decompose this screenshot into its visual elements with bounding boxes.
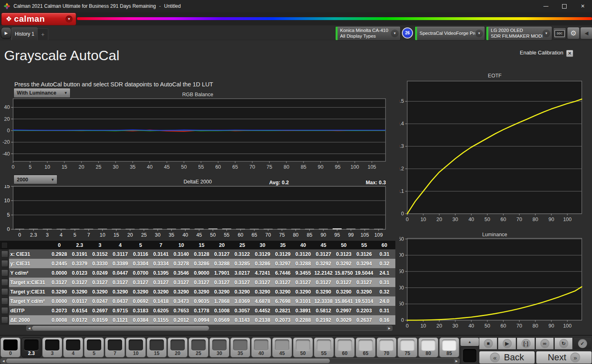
meter-dropdown[interactable]: Konica Minolta CA-410 All Display Types …	[335, 26, 401, 41]
row-handle[interactable]	[0, 249, 9, 259]
settings-button[interactable]: ⚙	[567, 27, 580, 39]
patch-button-25[interactable]: 25	[188, 337, 209, 357]
display-dropdown[interactable]: LG 2020 OLED SDR FILMMAKER MODE ▼	[486, 26, 552, 41]
meter-count-badge[interactable]: 26	[402, 27, 413, 38]
patch-panel-up-button[interactable]: ▲	[460, 337, 479, 346]
table-scroll-thumb[interactable]	[32, 326, 209, 330]
play-icon: ▶	[503, 339, 512, 348]
next-button[interactable]: Next »	[536, 351, 592, 364]
patch-button-0[interactable]: 0	[0, 337, 20, 357]
next-chevron-icon: »	[570, 353, 580, 362]
axis-label: 15	[61, 164, 67, 170]
axis-label: 30	[452, 323, 458, 329]
table-cell: 0.3127	[191, 278, 212, 287]
rgb-balance-chart-title: RGB Balance	[0, 92, 395, 97]
table-cell: 0.3127	[333, 278, 354, 287]
tab-history-1[interactable]: History 1	[11, 27, 38, 40]
deltae-bar	[29, 229, 38, 229]
row-handle[interactable]	[0, 306, 9, 315]
table-cell: 0.3126	[354, 249, 374, 259]
ddc-button[interactable]: DDC	[553, 27, 566, 39]
single-measure-button[interactable]: [·]	[517, 337, 535, 350]
patch-button-15[interactable]: 15	[147, 337, 167, 357]
scroll-right-icon[interactable]: ▶	[454, 359, 459, 363]
stop-button[interactable]: ■	[479, 337, 497, 350]
patch-button-35[interactable]: 35	[230, 337, 250, 357]
table-cell: 0.31	[374, 306, 395, 315]
table-row: y: CIE310.24450.33790.33300.33890.33040.…	[0, 259, 395, 268]
row-handle[interactable]	[0, 296, 9, 306]
row-handle[interactable]	[0, 259, 9, 268]
enable-calibration-checkbox[interactable]: ✕	[566, 50, 573, 57]
collapse-toolbar-button[interactable]: ◀	[580, 27, 592, 39]
table-cell: 0.6154	[70, 306, 90, 315]
patch-scrollbar[interactable]: ◀ ▶	[0, 358, 460, 364]
table-cell: 4.6878	[252, 296, 273, 306]
patch-button-85[interactable]: 85	[439, 337, 459, 357]
maximize-button[interactable]	[555, 0, 574, 12]
table-cell: 0.31	[374, 249, 395, 259]
patch-button-50[interactable]: 50	[293, 337, 313, 357]
row-handle[interactable]	[0, 268, 9, 278]
table-cell: 0.2138	[252, 315, 273, 325]
patch-button-75[interactable]: 75	[397, 337, 417, 357]
close-button[interactable]: ✕	[574, 0, 592, 12]
minimize-button[interactable]: —	[537, 0, 555, 12]
back-button[interactable]: « Back	[479, 351, 535, 364]
patch-button-30[interactable]: 30	[209, 337, 229, 357]
table-cell: 0.32	[374, 287, 395, 296]
patch-scroll-thumb[interactable]	[6, 359, 330, 363]
expand-panel-button[interactable]: ▶	[1, 27, 11, 39]
row-handle[interactable]	[0, 315, 9, 325]
table-scrollbar[interactable]: ◀▶	[26, 326, 392, 331]
calman-menu-button[interactable]: ❖ calman ▼	[1, 13, 76, 25]
axis-label: 0	[7, 226, 10, 232]
patch-button-7[interactable]: 7	[105, 337, 125, 357]
patch-button-45[interactable]: 45	[272, 337, 292, 357]
patch-button-3[interactable]: 3	[42, 337, 62, 357]
axis-label: 0	[406, 323, 409, 329]
axis-label: 50	[484, 323, 490, 329]
table-cell: 0.3127	[232, 278, 252, 287]
play-button[interactable]: ▶	[498, 337, 516, 350]
patch-button-65[interactable]: 65	[356, 337, 376, 357]
row-handle[interactable]	[0, 278, 9, 287]
scroll-right-icon[interactable]: ▶	[387, 326, 392, 330]
table-cell: 1.7868	[212, 296, 232, 306]
table-cell: 3.0217	[232, 268, 252, 278]
axis-label: 60	[501, 217, 506, 222]
row-handle[interactable]	[0, 287, 9, 296]
scroll-left-icon[interactable]: ◀	[1, 359, 6, 363]
table-cell: 0.1008	[212, 306, 232, 315]
patch-button-10[interactable]: 10	[126, 337, 146, 357]
table-row: ΔE 20000.00080.01720.01590.11210.03840.1…	[0, 315, 395, 325]
patch-button-20[interactable]: 20	[168, 337, 188, 357]
patch-button-60[interactable]: 60	[335, 337, 355, 357]
patch-button-40[interactable]: 40	[251, 337, 271, 357]
add-tab-button[interactable]: +	[37, 28, 48, 40]
patch-button-4[interactable]: 4	[63, 337, 83, 357]
accept-button[interactable]: ✓	[573, 337, 592, 350]
axis-label: 85	[301, 164, 306, 170]
axis-label: 65	[232, 164, 238, 170]
axis-label: 60	[501, 323, 506, 329]
table-cell: 0.3304	[130, 259, 151, 268]
scroll-left-icon[interactable]: ◀	[27, 326, 32, 330]
patch-button-2.3[interactable]: 2.3	[21, 337, 41, 357]
table-cell: 0.2192	[313, 315, 334, 325]
patch-button-70[interactable]: 70	[377, 337, 397, 357]
patch-button-55[interactable]: 55	[314, 337, 334, 357]
patch-button-80[interactable]: 80	[418, 337, 438, 357]
table-row: Y cd/m²0.00000.01230.02490.04470.07000.1…	[0, 268, 395, 278]
source-dropdown[interactable]: SpectraCal VideoForge Pro ▼	[415, 26, 485, 41]
table-cell: 0.0692	[130, 296, 151, 306]
table-cell: 0.3473	[171, 296, 192, 306]
calman-window: Calman 2021 Calman Ultimate for Business…	[0, 0, 592, 364]
axis-label: 25	[141, 232, 147, 238]
patch-button-5[interactable]: 5	[84, 337, 104, 357]
patch-swatch	[150, 339, 164, 350]
axis-label: 70	[517, 323, 522, 329]
refresh-button[interactable]: ↻	[554, 337, 573, 350]
continuous-measure-button[interactable]: ∞	[535, 337, 554, 350]
deltae-chart-title: DeltaE 2000	[0, 179, 395, 185]
